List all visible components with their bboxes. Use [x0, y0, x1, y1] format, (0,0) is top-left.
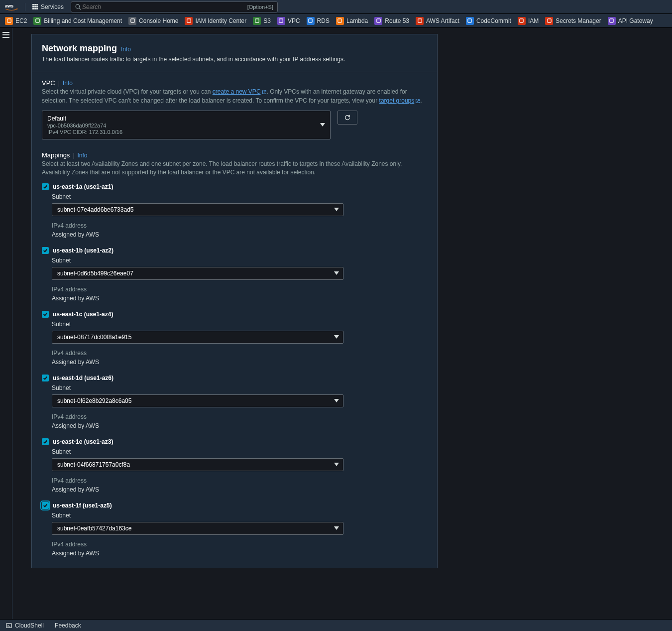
- service-shortcut[interactable]: Route 53: [374, 17, 409, 25]
- search-input[interactable]: [81, 3, 227, 11]
- service-label: VPC: [288, 17, 300, 24]
- subnet-label: Subnet: [52, 257, 427, 264]
- service-shortcut[interactable]: IAM: [518, 17, 539, 25]
- network-mapping-panel: Network mapping Info The load balancer r…: [31, 34, 438, 568]
- service-icon: [253, 17, 261, 25]
- subnet-selected-value: subnet-08717dc00f8a1e915: [57, 334, 131, 341]
- global-search[interactable]: [Option+S]: [71, 1, 278, 12]
- search-shortcut-hint: [Option+S]: [247, 4, 273, 10]
- svg-rect-15: [548, 19, 551, 22]
- az-subnet-block: Subnetsubnet-0f62e8b292a8c6a05IPv4 addre…: [52, 384, 427, 429]
- status-bar: CloudShell Feedback: [0, 619, 672, 631]
- services-menu[interactable]: Services: [32, 3, 64, 10]
- cloudshell-button[interactable]: CloudShell: [6, 622, 44, 629]
- service-shortcut[interactable]: EC2: [5, 17, 27, 25]
- service-shortcut[interactable]: IAM Identity Center: [185, 17, 246, 25]
- az-label: us-east-1c (use1-az4): [53, 311, 113, 318]
- az-block: us-east-1a (use1-az1)Subnetsubnet-07e4ad…: [42, 183, 427, 238]
- service-icon: [307, 17, 315, 25]
- vpc-selected-cidr: IPv4 VPC CIDR: 172.31.0.0/16: [47, 129, 325, 135]
- az-label: us-east-1b (use1-az2): [53, 247, 113, 254]
- svg-rect-3: [7, 19, 10, 22]
- service-shortcut[interactable]: Console Home: [128, 17, 178, 25]
- az-checkbox[interactable]: [42, 311, 49, 318]
- az-label: us-east-1a (use1-az1): [53, 183, 113, 190]
- ipv4-value: Assigned by AWS: [52, 486, 427, 493]
- sidebar-toggle[interactable]: [2, 32, 9, 38]
- az-subnet-block: Subnetsubnet-0d6d5b499c26eae07IPv4 addre…: [52, 257, 427, 302]
- subnet-select[interactable]: subnet-04f66871757a0cf8a: [52, 458, 343, 471]
- caret-down-icon: [334, 334, 339, 341]
- service-shortcut[interactable]: VPC: [277, 17, 300, 25]
- svg-rect-4: [36, 19, 39, 22]
- vpc-help-text: Select the virtual private cloud (VPC) f…: [42, 88, 427, 106]
- caret-down-icon: [334, 206, 339, 213]
- subnet-selected-value: subnet-0eafb57427da163ce: [57, 525, 131, 532]
- service-shortcut[interactable]: AWS Artifact: [416, 17, 459, 25]
- vpc-label-row: VPC | Info: [42, 79, 427, 87]
- subnet-selected-value: subnet-0d6d5b499c26eae07: [57, 270, 133, 277]
- search-icon: [75, 4, 81, 10]
- ipv4-label: IPv4 address: [52, 477, 427, 484]
- service-shortcut[interactable]: API Gateway: [608, 17, 653, 25]
- vpc-label: VPC: [42, 79, 55, 87]
- service-label: Lambda: [346, 17, 368, 24]
- ipv4-label: IPv4 address: [52, 222, 427, 229]
- target-groups-link[interactable]: target groups: [379, 97, 421, 104]
- az-checkbox[interactable]: [42, 247, 49, 254]
- vpc-refresh-button[interactable]: [337, 111, 357, 125]
- create-vpc-link[interactable]: create a new VPC: [213, 88, 267, 95]
- az-block: us-east-1f (use1-az5)Subnetsubnet-0eafb5…: [42, 502, 427, 557]
- service-shortcut[interactable]: S3: [253, 17, 271, 25]
- subnet-select[interactable]: subnet-0f62e8b292a8c6a05: [52, 394, 343, 407]
- mappings-label: Mappings: [42, 151, 70, 159]
- service-icon: [33, 17, 41, 25]
- service-shortcut[interactable]: Lambda: [336, 17, 368, 25]
- subnet-select[interactable]: subnet-07e4add6be6733ad5: [52, 203, 343, 216]
- feedback-link[interactable]: Feedback: [55, 622, 81, 629]
- subnet-select[interactable]: subnet-08717dc00f8a1e915: [52, 331, 343, 344]
- service-shortcut[interactable]: RDS: [307, 17, 330, 25]
- caret-down-icon: [334, 461, 339, 468]
- az-subnet-block: Subnetsubnet-0eafb57427da163ceIPv4 addre…: [52, 512, 427, 557]
- external-link-icon: [415, 98, 420, 106]
- subnet-select[interactable]: subnet-0d6d5b499c26eae07: [52, 267, 343, 280]
- service-label: Console Home: [139, 17, 178, 24]
- az-checkbox[interactable]: [42, 375, 49, 381]
- subnet-label: Subnet: [52, 193, 427, 200]
- az-checkbox[interactable]: [42, 183, 49, 190]
- az-subnet-block: Subnetsubnet-07e4add6be6733ad5IPv4 addre…: [52, 193, 427, 238]
- az-checkbox[interactable]: [42, 438, 49, 445]
- caret-down-icon: [334, 525, 339, 532]
- ipv4-value: Assigned by AWS: [52, 295, 427, 302]
- svg-point-1: [76, 4, 80, 8]
- service-label: RDS: [317, 17, 330, 24]
- content-scroll[interactable]: Network mapping Info The load balancer r…: [12, 28, 672, 621]
- service-label: IAM Identity Center: [195, 17, 246, 24]
- ipv4-label: IPv4 address: [52, 413, 427, 420]
- az-checkbox[interactable]: [42, 502, 49, 509]
- mappings-help-text: Select at least two Availability Zones a…: [42, 160, 427, 176]
- vpc-info-link[interactable]: Info: [63, 80, 73, 87]
- sidebar-collapsed: [0, 28, 12, 621]
- subnet-select[interactable]: subnet-0eafb57427da163ce: [52, 522, 343, 535]
- vpc-select[interactable]: Default vpc-0b5036da09ff22a74 IPv4 VPC C…: [42, 111, 331, 139]
- az-block: us-east-1c (use1-az4)Subnetsubnet-08717d…: [42, 311, 427, 366]
- ipv4-label: IPv4 address: [52, 350, 427, 357]
- panel-info-link[interactable]: Info: [121, 46, 131, 53]
- service-label: S3: [263, 17, 271, 24]
- mappings-info-link[interactable]: Info: [78, 152, 88, 159]
- service-shortcut[interactable]: Billing and Cost Management: [33, 17, 122, 25]
- service-shortcut[interactable]: Secrets Manager: [545, 17, 601, 25]
- service-icon: [277, 17, 285, 25]
- svg-text:aws: aws: [5, 3, 13, 8]
- service-shortcut[interactable]: CodeCommit: [466, 17, 511, 25]
- subnet-label: Subnet: [52, 512, 427, 519]
- aws-logo[interactable]: aws: [5, 3, 18, 11]
- svg-rect-9: [309, 19, 312, 22]
- ipv4-value: Assigned by AWS: [52, 231, 427, 238]
- caret-down-icon: [320, 122, 325, 128]
- grid-icon: [32, 4, 38, 9]
- service-label: IAM: [528, 17, 539, 24]
- svg-rect-12: [418, 19, 421, 22]
